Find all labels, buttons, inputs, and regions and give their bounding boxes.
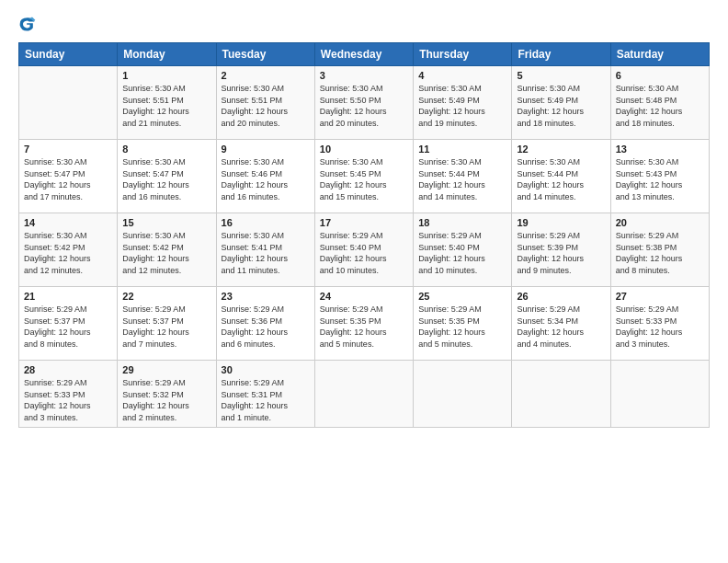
calendar-table: SundayMondayTuesdayWednesdayThursdayFrid…	[18, 42, 710, 428]
week-row-5: 28Sunrise: 5:29 AM Sunset: 5:33 PM Dayli…	[19, 361, 710, 428]
day-info: Sunrise: 5:30 AM Sunset: 5:46 PM Dayligh…	[222, 156, 310, 202]
day-number: 14	[24, 217, 112, 228]
day-info: Sunrise: 5:30 AM Sunset: 5:44 PM Dayligh…	[418, 156, 506, 202]
calendar-cell	[314, 361, 413, 428]
day-info: Sunrise: 5:30 AM Sunset: 5:48 PM Dayligh…	[616, 83, 704, 129]
day-info: Sunrise: 5:30 AM Sunset: 5:51 PM Dayligh…	[222, 83, 310, 129]
day-info: Sunrise: 5:29 AM Sunset: 5:34 PM Dayligh…	[517, 304, 605, 350]
calendar-cell	[19, 66, 118, 140]
day-info: Sunrise: 5:30 AM Sunset: 5:41 PM Dayligh…	[222, 230, 310, 276]
day-info: Sunrise: 5:30 AM Sunset: 5:44 PM Dayligh…	[517, 156, 605, 202]
calendar-cell	[512, 361, 610, 428]
calendar-cell: 22Sunrise: 5:29 AM Sunset: 5:37 PM Dayli…	[118, 287, 216, 361]
day-info: Sunrise: 5:30 AM Sunset: 5:49 PM Dayligh…	[418, 83, 506, 129]
calendar-cell: 27Sunrise: 5:29 AM Sunset: 5:33 PM Dayli…	[610, 287, 709, 361]
day-number: 15	[122, 217, 210, 228]
day-info: Sunrise: 5:30 AM Sunset: 5:50 PM Dayligh…	[320, 83, 408, 129]
calendar-cell: 6Sunrise: 5:30 AM Sunset: 5:48 PM Daylig…	[610, 66, 709, 140]
calendar-cell: 1Sunrise: 5:30 AM Sunset: 5:51 PM Daylig…	[118, 66, 216, 140]
day-number: 12	[517, 144, 605, 155]
day-number: 4	[418, 70, 506, 81]
day-number: 22	[122, 291, 210, 302]
calendar-cell: 7Sunrise: 5:30 AM Sunset: 5:47 PM Daylig…	[19, 140, 118, 213]
day-number: 30	[222, 364, 310, 375]
day-info: Sunrise: 5:29 AM Sunset: 5:33 PM Dayligh…	[24, 377, 112, 423]
day-info: Sunrise: 5:30 AM Sunset: 5:45 PM Dayligh…	[320, 156, 408, 202]
day-number: 6	[616, 70, 704, 81]
weekday-header-thursday: Thursday	[414, 43, 512, 66]
day-number: 2	[222, 70, 310, 81]
week-row-4: 21Sunrise: 5:29 AM Sunset: 5:37 PM Dayli…	[19, 287, 710, 361]
calendar-cell: 5Sunrise: 5:30 AM Sunset: 5:49 PM Daylig…	[512, 66, 610, 140]
calendar-cell: 25Sunrise: 5:29 AM Sunset: 5:35 PM Dayli…	[414, 287, 512, 361]
calendar-cell: 18Sunrise: 5:29 AM Sunset: 5:40 PM Dayli…	[414, 213, 512, 287]
day-number: 25	[418, 291, 506, 302]
day-number: 18	[418, 217, 506, 228]
day-number: 10	[320, 144, 408, 155]
day-number: 24	[320, 291, 408, 302]
day-info: Sunrise: 5:30 AM Sunset: 5:51 PM Dayligh…	[122, 83, 210, 129]
day-number: 21	[24, 291, 112, 302]
calendar-cell: 26Sunrise: 5:29 AM Sunset: 5:34 PM Dayli…	[512, 287, 610, 361]
day-info: Sunrise: 5:29 AM Sunset: 5:38 PM Dayligh…	[616, 230, 704, 276]
day-info: Sunrise: 5:30 AM Sunset: 5:49 PM Dayligh…	[517, 83, 605, 129]
calendar-cell: 11Sunrise: 5:30 AM Sunset: 5:44 PM Dayli…	[414, 140, 512, 213]
day-info: Sunrise: 5:29 AM Sunset: 5:33 PM Dayligh…	[616, 304, 704, 350]
day-number: 3	[320, 70, 408, 81]
calendar-cell: 13Sunrise: 5:30 AM Sunset: 5:43 PM Dayli…	[610, 140, 709, 213]
day-number: 5	[517, 70, 605, 81]
day-info: Sunrise: 5:30 AM Sunset: 5:47 PM Dayligh…	[122, 156, 210, 202]
day-info: Sunrise: 5:29 AM Sunset: 5:35 PM Dayligh…	[418, 304, 506, 350]
day-number: 17	[320, 217, 408, 228]
calendar-cell	[610, 361, 709, 428]
day-info: Sunrise: 5:29 AM Sunset: 5:37 PM Dayligh…	[122, 304, 210, 350]
logo	[18, 15, 40, 33]
calendar-cell: 29Sunrise: 5:29 AM Sunset: 5:32 PM Dayli…	[118, 361, 216, 428]
calendar-cell: 21Sunrise: 5:29 AM Sunset: 5:37 PM Dayli…	[19, 287, 118, 361]
day-number: 20	[616, 217, 704, 228]
weekday-header-wednesday: Wednesday	[314, 43, 413, 66]
weekday-header-sunday: Sunday	[19, 43, 118, 66]
day-info: Sunrise: 5:29 AM Sunset: 5:36 PM Dayligh…	[222, 304, 310, 350]
calendar-cell	[414, 361, 512, 428]
weekday-header-friday: Friday	[512, 43, 610, 66]
weekday-header-row: SundayMondayTuesdayWednesdayThursdayFrid…	[19, 43, 710, 66]
day-number: 27	[616, 291, 704, 302]
day-number: 9	[222, 144, 310, 155]
day-info: Sunrise: 5:30 AM Sunset: 5:47 PM Dayligh…	[24, 156, 112, 202]
day-number: 19	[517, 217, 605, 228]
day-info: Sunrise: 5:29 AM Sunset: 5:39 PM Dayligh…	[517, 230, 605, 276]
day-number: 28	[24, 364, 112, 375]
day-info: Sunrise: 5:29 AM Sunset: 5:37 PM Dayligh…	[24, 304, 112, 350]
weekday-header-tuesday: Tuesday	[216, 43, 314, 66]
day-number: 29	[122, 364, 210, 375]
day-info: Sunrise: 5:30 AM Sunset: 5:43 PM Dayligh…	[616, 156, 704, 202]
calendar-cell: 8Sunrise: 5:30 AM Sunset: 5:47 PM Daylig…	[118, 140, 216, 213]
day-number: 8	[122, 144, 210, 155]
day-info: Sunrise: 5:30 AM Sunset: 5:42 PM Dayligh…	[122, 230, 210, 276]
page: SundayMondayTuesdayWednesdayThursdayFrid…	[0, 0, 728, 563]
calendar-cell: 4Sunrise: 5:30 AM Sunset: 5:49 PM Daylig…	[414, 66, 512, 140]
calendar-cell: 24Sunrise: 5:29 AM Sunset: 5:35 PM Dayli…	[314, 287, 413, 361]
day-number: 7	[24, 144, 112, 155]
day-info: Sunrise: 5:29 AM Sunset: 5:40 PM Dayligh…	[418, 230, 506, 276]
day-number: 16	[222, 217, 310, 228]
weekday-header-monday: Monday	[118, 43, 216, 66]
calendar-cell: 23Sunrise: 5:29 AM Sunset: 5:36 PM Dayli…	[216, 287, 314, 361]
calendar-cell: 10Sunrise: 5:30 AM Sunset: 5:45 PM Dayli…	[314, 140, 413, 213]
day-number: 1	[122, 70, 210, 81]
calendar-cell: 28Sunrise: 5:29 AM Sunset: 5:33 PM Dayli…	[19, 361, 118, 428]
week-row-2: 7Sunrise: 5:30 AM Sunset: 5:47 PM Daylig…	[19, 140, 710, 213]
day-info: Sunrise: 5:29 AM Sunset: 5:31 PM Dayligh…	[222, 377, 310, 423]
week-row-3: 14Sunrise: 5:30 AM Sunset: 5:42 PM Dayli…	[19, 213, 710, 287]
week-row-1: 1Sunrise: 5:30 AM Sunset: 5:51 PM Daylig…	[19, 66, 710, 140]
day-info: Sunrise: 5:30 AM Sunset: 5:42 PM Dayligh…	[24, 230, 112, 276]
calendar-cell: 15Sunrise: 5:30 AM Sunset: 5:42 PM Dayli…	[118, 213, 216, 287]
calendar-cell: 20Sunrise: 5:29 AM Sunset: 5:38 PM Dayli…	[610, 213, 709, 287]
calendar-cell: 2Sunrise: 5:30 AM Sunset: 5:51 PM Daylig…	[216, 66, 314, 140]
weekday-header-saturday: Saturday	[610, 43, 709, 66]
calendar-cell: 9Sunrise: 5:30 AM Sunset: 5:46 PM Daylig…	[216, 140, 314, 213]
calendar-cell: 3Sunrise: 5:30 AM Sunset: 5:50 PM Daylig…	[314, 66, 413, 140]
day-info: Sunrise: 5:29 AM Sunset: 5:32 PM Dayligh…	[122, 377, 210, 423]
header-area	[18, 15, 710, 33]
